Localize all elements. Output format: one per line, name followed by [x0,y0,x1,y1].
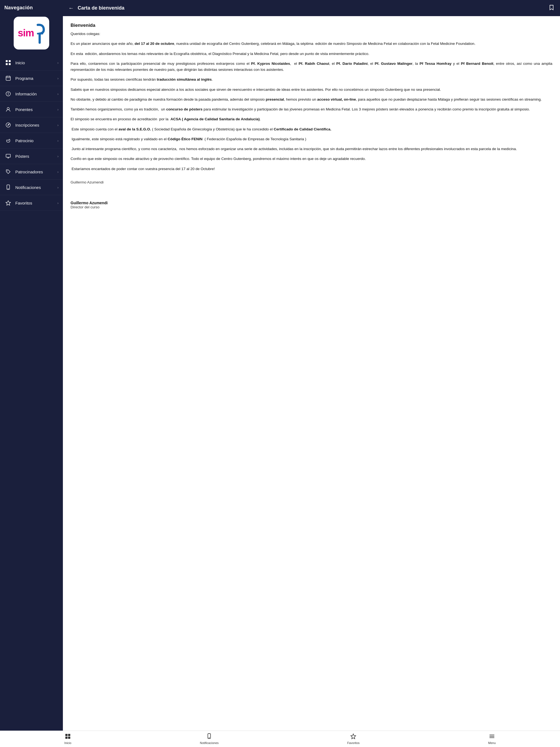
sidebar-item-posters[interactable]: Pósters › [0,149,63,164]
svg-marker-27 [351,734,356,739]
chevron-right-icon-inicio: › [57,61,58,65]
chevron-right-icon-ponentes: › [57,107,58,111]
bookmark-icon[interactable] [549,4,555,12]
sidebar-logo: sim [14,17,49,50]
sidebar-item-label-inicio: Inicio [15,60,57,65]
main-layout: Navegación sim [0,0,560,747]
chevron-right-icon-posters: › [57,154,58,158]
phone-tab-icon [206,733,212,741]
chevron-right-icon-inscripciones: › [57,123,58,127]
sidebar-header: Navegación [0,0,63,14]
content-header: ← Carta de bienvenida [63,0,560,16]
grid-tab-icon [65,733,71,741]
paragraph-7: También hemos organizaremos, como ya es … [71,106,552,112]
svg-rect-3 [6,63,8,65]
sidebar: Navegación sim [0,0,63,747]
svg-point-17 [7,171,8,171]
paragraph-2: En esta edición, abordaremos los temas m… [71,51,552,57]
sidebar-item-label-notificaciones: Notificaciones [15,185,57,190]
screen-icon [4,152,12,160]
sidebar-item-inicio[interactable]: Inicio › [0,55,63,71]
svg-rect-23 [65,737,68,739]
tab-favoritos[interactable]: Favoritos [345,732,362,746]
sidebar-item-inscripciones[interactable]: Inscripciones › [0,117,63,133]
svg-rect-24 [68,737,70,739]
paragraph-12: Confío en que este simposio os resulte a… [71,156,552,162]
grid-icon [4,59,12,67]
pencil-circle-icon [4,121,12,129]
phone-icon [4,183,12,191]
sidebar-item-label-programa: Programa [15,76,57,81]
paragraph-13: Estaríamos encantados de poder contar co… [71,166,552,172]
paragraph-11: Junto al interesante programa científico… [71,146,552,152]
bottom-tabbar: Inicio Notificaciones Favoritos Menu [0,730,560,747]
chevron-right-icon-favoritos: › [57,201,58,205]
sidebar-item-label-informacion: Información [15,92,57,96]
star-tab-icon [350,733,356,741]
svg-rect-2 [9,60,11,62]
star-icon [4,199,12,207]
tab-notificaciones[interactable]: Notificaciones [197,732,221,746]
svg-rect-5 [6,76,10,80]
signature-title: Director del curso [71,205,552,209]
paragraph-1: Es un placer anunciaros que este año, de… [71,41,552,47]
sidebar-item-programa[interactable]: Programa › [0,71,63,86]
chevron-right-icon-informacion: › [57,92,58,96]
content-scroll: Bienvenida Queridos colegas: Es un place… [63,16,560,747]
tab-notificaciones-label: Notificaciones [200,741,219,745]
paragraph-6: No obstante, y debido al cambio de parad… [71,97,552,103]
sidebar-item-label-patrocinio: Patrocinio [15,138,57,143]
sidebar-item-label-ponentes: Ponentes [15,107,57,112]
app-container: Navegación sim [0,0,560,747]
sidebar-item-label-patrocinadores: Patrocinadores [15,170,57,174]
paragraph-10: Igualmente, este simposio está registrad… [71,136,552,142]
sidebar-item-ponentes[interactable]: Ponentes › [0,102,63,117]
tab-inicio[interactable]: Inicio [61,732,74,746]
sidebar-item-label-inscripciones: Inscripciones [15,123,57,127]
paragraph-8: El simposio se encuentra en proceso de a… [71,116,552,122]
paragraph-3: Para ello, contaremos con la participaci… [71,61,552,73]
paragraph-4: Por supuesto, todas las sesiones científ… [71,77,552,83]
sidebar-item-favoritos[interactable]: Favoritos › [0,195,63,211]
sidebar-item-label-favoritos: Favoritos [15,201,57,205]
letter-body: Queridos colegas: Es un placer anunciaro… [71,31,552,172]
sidebar-logo-container: sim [0,14,63,55]
info-icon [4,90,12,98]
person-icon [4,106,12,113]
page-title: Carta de bienvenida [78,5,549,11]
chevron-right-icon-notificaciones: › [57,185,58,189]
sidebar-item-notificaciones[interactable]: Notificaciones › [0,180,63,195]
letter-title: Bienvenida [71,23,552,28]
chevron-right-icon-patrocinadores: › [57,170,58,174]
svg-marker-20 [6,201,11,205]
back-button[interactable]: ← [68,5,74,11]
svg-point-12 [7,107,9,110]
signature-block: Guillermo Azumendi Guillermo Azumendi Di… [71,180,552,209]
paragraph-salutation: Queridos colegas: [71,31,552,37]
svg-rect-21 [65,734,68,736]
tag-icon [4,168,12,176]
sidebar-nav: Inicio › Programa › Información › [0,55,63,211]
signature-name-bold: Guillermo Azumendi [71,201,552,205]
tab-menu[interactable]: Menu [485,732,499,746]
right-panel: ← Carta de bienvenida Bienvenida Querido… [63,0,560,747]
tab-menu-label: Menu [488,741,496,745]
paragraph-9: Este simposio cuenta con el aval de la S… [71,126,552,132]
sidebar-item-informacion[interactable]: Información › [0,86,63,102]
svg-point-11 [8,93,8,93]
sidebar-item-patrocinio[interactable]: Patrocinio › [0,133,63,149]
svg-text:sim: sim [18,27,34,38]
tab-inicio-label: Inicio [64,741,71,745]
signature-name-light: Guillermo Azumendi [71,180,552,184]
hands-icon [4,137,12,145]
svg-rect-4 [9,63,11,65]
sidebar-item-patrocinadores[interactable]: Patrocinadores › [0,164,63,180]
chevron-right-icon-patrocinio: › [57,138,58,143]
chevron-right-icon-programa: › [57,76,58,80]
calendar-icon [4,74,12,82]
paragraph-5: Sabéis que en nuestros simposios dedicam… [71,87,552,93]
tab-favoritos-label: Favoritos [347,741,360,745]
svg-rect-22 [68,734,70,736]
sidebar-title: Navegación [4,5,33,10]
logo-svg: sim [17,21,47,45]
